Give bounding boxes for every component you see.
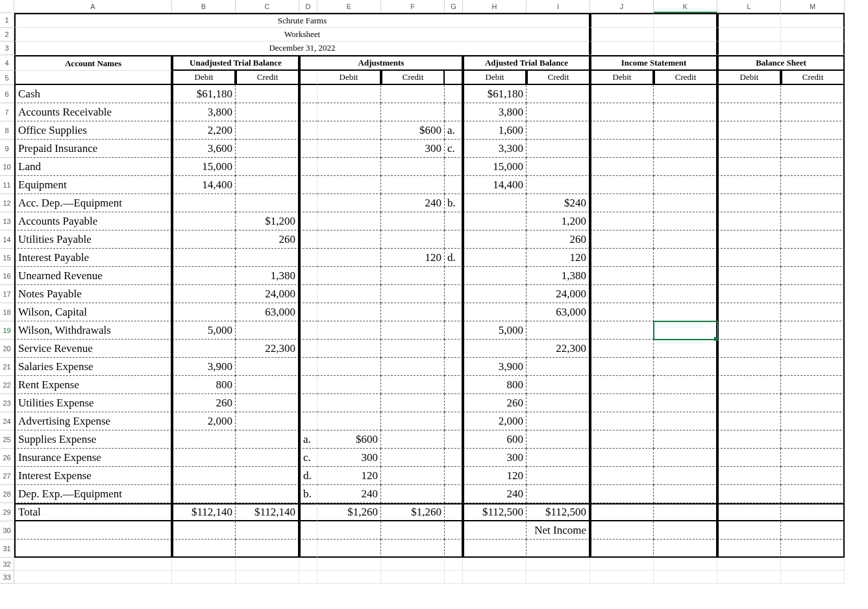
adj-key-left-18[interactable] <box>299 303 317 321</box>
bs-debit-26[interactable] <box>717 449 781 467</box>
bs-debit-20[interactable] <box>717 340 781 358</box>
cell-K2[interactable] <box>654 28 717 42</box>
adjtb-debit-10[interactable]: 15,000 <box>463 158 527 176</box>
unadj-debit-26[interactable] <box>172 449 236 467</box>
row-header-11[interactable]: 11 <box>0 176 14 194</box>
is-debit-19[interactable] <box>590 321 654 340</box>
unadj-debit-25[interactable] <box>172 430 236 449</box>
account-name-11[interactable]: Equipment <box>14 176 172 194</box>
adjtb-credit-6[interactable] <box>527 85 590 103</box>
account-name-9[interactable]: Prepaid Insurance <box>14 140 172 158</box>
is-credit-19[interactable] <box>654 321 717 340</box>
bs-credit-14[interactable] <box>781 230 845 249</box>
cell-A31[interactable] <box>14 540 172 558</box>
adj-debit-24[interactable] <box>317 412 381 430</box>
row-header-16[interactable]: 16 <box>0 267 14 285</box>
col-header-D[interactable]: D <box>299 0 317 13</box>
cell-E31[interactable] <box>317 540 381 558</box>
adjtb-credit-26[interactable] <box>527 449 590 467</box>
unadj-debit-23[interactable]: 260 <box>172 394 236 412</box>
total-unadj-credit[interactable]: $112,140 <box>236 503 299 521</box>
adj-debit-10[interactable] <box>317 158 381 176</box>
net-income-label[interactable]: Net Income <box>527 521 590 540</box>
col-header-B[interactable]: B <box>172 0 236 13</box>
cell-M30[interactable] <box>781 521 845 540</box>
unadj-debit-12[interactable] <box>172 194 236 212</box>
row-header-22[interactable]: 22 <box>0 376 14 394</box>
adj-key-right-12[interactable]: b. <box>445 194 463 212</box>
adj-credit-20[interactable] <box>381 340 445 358</box>
account-name-27[interactable]: Interest Expense <box>14 467 172 485</box>
adj-key-right-25[interactable] <box>445 430 463 449</box>
adj-credit-11[interactable] <box>381 176 445 194</box>
is-credit-24[interactable] <box>654 412 717 430</box>
cell-K3[interactable] <box>654 42 717 55</box>
is-credit-28[interactable] <box>654 485 717 503</box>
bs-debit-11[interactable] <box>717 176 781 194</box>
adj-key-left-24[interactable] <box>299 412 317 430</box>
is-credit-27[interactable] <box>654 467 717 485</box>
is-debit-9[interactable] <box>590 140 654 158</box>
total-adj-key-l[interactable] <box>299 503 317 521</box>
adj-key-left-26[interactable]: c. <box>299 449 317 467</box>
is-debit-21[interactable] <box>590 358 654 376</box>
account-name-13[interactable]: Accounts Payable <box>14 212 172 230</box>
bs-debit-19[interactable] <box>717 321 781 340</box>
adj-debit-6[interactable] <box>317 85 381 103</box>
is-debit-25[interactable] <box>590 430 654 449</box>
row-header-4[interactable]: 4 <box>0 55 14 71</box>
adjtb-credit-7[interactable] <box>527 103 590 121</box>
unadj-credit-6[interactable] <box>236 85 299 103</box>
row-header-18[interactable]: 18 <box>0 303 14 321</box>
is-credit-8[interactable] <box>654 121 717 140</box>
adjtb-debit-22[interactable]: 800 <box>463 376 527 394</box>
adjtb-debit-9[interactable]: 3,300 <box>463 140 527 158</box>
adj-debit-19[interactable] <box>317 321 381 340</box>
adjtb-debit-11[interactable]: 14,400 <box>463 176 527 194</box>
col-header-L[interactable]: L <box>717 0 781 13</box>
bs-debit-27[interactable] <box>717 467 781 485</box>
adj-key-left-7[interactable] <box>299 103 317 121</box>
bs-credit-28[interactable] <box>781 485 845 503</box>
unadj-credit-11[interactable] <box>236 176 299 194</box>
total-is-debit[interactable] <box>590 503 654 521</box>
adjtb-credit-24[interactable] <box>527 412 590 430</box>
is-debit-17[interactable] <box>590 285 654 303</box>
account-name-19[interactable]: Wilson, Withdrawals <box>14 321 172 340</box>
bs-credit-21[interactable] <box>781 358 845 376</box>
cell-M32[interactable] <box>781 558 845 571</box>
account-name-25[interactable]: Supplies Expense <box>14 430 172 449</box>
adj-debit-27[interactable]: 120 <box>317 467 381 485</box>
is-debit-7[interactable] <box>590 103 654 121</box>
unadj-credit-28[interactable] <box>236 485 299 503</box>
cell-J30[interactable] <box>590 521 654 540</box>
cell-L30[interactable] <box>717 521 781 540</box>
bs-debit-12[interactable] <box>717 194 781 212</box>
adj-credit-6[interactable] <box>381 85 445 103</box>
cell-M3[interactable] <box>781 42 845 55</box>
is-credit-17[interactable] <box>654 285 717 303</box>
col-header-C[interactable]: C <box>236 0 299 13</box>
bs-debit-17[interactable] <box>717 285 781 303</box>
is-debit-8[interactable] <box>590 121 654 140</box>
adj-key-left-13[interactable] <box>299 212 317 230</box>
is-credit-23[interactable] <box>654 394 717 412</box>
unadj-credit-17[interactable]: 24,000 <box>236 285 299 303</box>
adjtb-credit-18[interactable]: 63,000 <box>527 303 590 321</box>
row-header-3[interactable]: 3 <box>0 42 14 55</box>
adj-debit-20[interactable] <box>317 340 381 358</box>
cell-L3[interactable] <box>717 42 781 55</box>
cell-K32[interactable] <box>654 558 717 571</box>
cell-E30[interactable] <box>317 521 381 540</box>
unadj-credit-12[interactable] <box>236 194 299 212</box>
unadj-debit-21[interactable]: 3,900 <box>172 358 236 376</box>
adj-key-right-28[interactable] <box>445 485 463 503</box>
cell-H33[interactable] <box>463 571 527 584</box>
unadj-debit-24[interactable]: 2,000 <box>172 412 236 430</box>
unadj-credit-10[interactable] <box>236 158 299 176</box>
unadj-credit-24[interactable] <box>236 412 299 430</box>
unadj-credit-27[interactable] <box>236 467 299 485</box>
row-header-32[interactable]: 32 <box>0 558 14 571</box>
row-header-2[interactable]: 2 <box>0 28 14 42</box>
adjtb-debit-25[interactable]: 600 <box>463 430 527 449</box>
